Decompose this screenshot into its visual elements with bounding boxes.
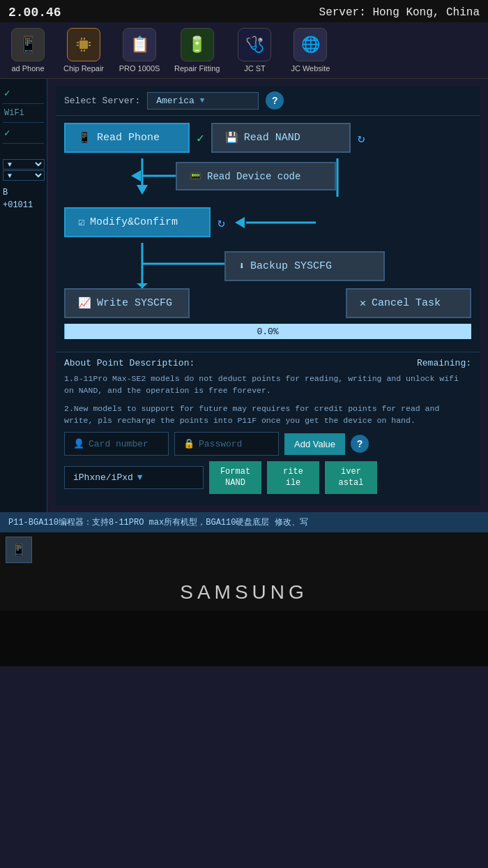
- server-value: America: [156, 96, 195, 106]
- driver-install-label: iverastal: [338, 467, 363, 488]
- svg-rect-1: [77, 42, 79, 43]
- server-select-bar: Select Server: America ▼ ?: [56, 86, 480, 116]
- modify-confirm-label: Modify&Confirm: [90, 216, 178, 228]
- card-number-placeholder: Card number: [89, 439, 148, 449]
- format-nand-label: FormatNAND: [220, 467, 250, 488]
- sidebar-check-1: ✓: [4, 87, 10, 99]
- read-nand-button[interactable]: 💾 Read NAND: [211, 123, 351, 153]
- backup-syscfg-button[interactable]: ⬇ Backup SYSCFG: [224, 251, 385, 281]
- lock-icon: 🔒: [183, 438, 195, 449]
- server-help-button[interactable]: ?: [266, 91, 284, 110]
- progress-bar-fill: [64, 324, 65, 339]
- add-value-button[interactable]: Add Value: [284, 433, 345, 455]
- format-nand-button[interactable]: FormatNAND: [209, 461, 261, 494]
- read-device-code-label: Read Device code: [207, 171, 300, 182]
- samsung-branding: SAMSUNG: [0, 567, 488, 611]
- sidebar-b-label: B: [3, 188, 8, 197]
- write-syscfg-label: Write SYSCFG: [97, 297, 172, 309]
- nav-label-jcst: JC ST: [244, 64, 266, 73]
- nav-item-jcst[interactable]: 🩺 JC ST: [227, 25, 282, 75]
- samsung-label: SAMSUNG: [180, 581, 308, 603]
- svg-marker-15: [235, 217, 245, 228]
- server-info-label: Server: Hong Kong, China: [319, 6, 480, 19]
- nav-bar: 📱 ad Phone Chip Repair 📋 PRO 1000S 🔋 Rep…: [0, 22, 488, 79]
- server-select-dropdown[interactable]: America ▼: [147, 92, 259, 110]
- sidebar-row-1: ✓: [3, 83, 44, 104]
- repair-fitting-nav-icon: 🔋: [181, 28, 214, 61]
- cancel-task-button[interactable]: ✕ Cancel Task: [346, 288, 471, 318]
- write-file-label: riteile: [283, 467, 303, 488]
- sidebar-dropdown-1[interactable]: ▼: [3, 159, 45, 170]
- svg-rect-3: [89, 42, 91, 43]
- physical-bottom: [0, 611, 488, 666]
- left-sidebar: ✓ WiFi ✓ ▼ ▼ B +01011: [0, 79, 47, 512]
- read-phone-check-icon: ✓: [197, 130, 204, 146]
- flow-arrows-2: ⬇ Backup SYSCFG: [64, 243, 471, 288]
- progress-text: 0.0%: [257, 327, 278, 337]
- jcst-nav-icon: 🩺: [238, 28, 271, 61]
- nav-item-chip-repair[interactable]: Chip Repair: [56, 25, 112, 75]
- wifi-label: WiFi: [4, 108, 24, 118]
- desc-title: About Point Description:: [64, 358, 195, 368]
- read-nand-refresh-icon[interactable]: ↻: [358, 130, 365, 146]
- workflow-area: 📱 Read Phone ✓ 💾 Read NAND ↻: [56, 116, 480, 352]
- write-syscfg-icon: 📈: [78, 297, 91, 310]
- read-phone-nav-icon: 📱: [11, 28, 45, 61]
- password-placeholder: Password: [199, 439, 242, 449]
- read-device-code-button-container: 📟 Read Device code: [176, 162, 336, 190]
- sidebar-code-label: +01011: [3, 200, 33, 210]
- card-icon: 👤: [73, 438, 84, 449]
- left-arrow-svg: [232, 212, 316, 233]
- modify-confirm-refresh-icon[interactable]: ↻: [218, 215, 225, 230]
- card-number-field[interactable]: 👤 Card number: [64, 432, 169, 456]
- driver-install-button[interactable]: iverastal: [325, 461, 377, 494]
- mini-preview-bar: 📱: [0, 532, 488, 567]
- svg-rect-6: [84, 38, 85, 40]
- sidebar-dropdown-2[interactable]: ▼: [3, 170, 45, 181]
- password-field[interactable]: 🔒 Password: [174, 432, 279, 456]
- backup-syscfg-button-container: ⬇ Backup SYSCFG: [224, 251, 385, 281]
- read-nand-icon: 💾: [225, 131, 238, 144]
- workflow-row-1: 📱 Read Phone ✓ 💾 Read NAND ↻: [64, 123, 471, 153]
- modify-confirm-button[interactable]: ☑ Modify&Confirm: [64, 207, 211, 237]
- nav-item-read-phone[interactable]: 📱 ad Phone: [0, 25, 56, 75]
- svg-rect-7: [81, 50, 82, 52]
- desc-remaining: Remaining:: [417, 358, 471, 368]
- server-select-label: Select Server:: [64, 96, 140, 106]
- desc-text-2: 2.New models to support for future may r…: [64, 403, 471, 427]
- nav-label-jcwebsite: JC Website: [291, 64, 330, 73]
- write-file-button[interactable]: riteile: [267, 461, 319, 494]
- read-device-code-button[interactable]: 📟 Read Device code: [176, 162, 336, 190]
- status-bar: P11-BGA110编程器：支持8-11PRO max所有机型，BGA110硬盘…: [0, 512, 488, 532]
- svg-rect-4: [89, 45, 91, 46]
- server-dropdown-arrow: ▼: [200, 96, 205, 105]
- nav-item-repair-fitting[interactable]: 🔋 Repair Fitting: [167, 25, 227, 75]
- main-layout: ✓ WiFi ✓ ▼ ▼ B +01011 Select Server: [0, 79, 488, 512]
- svg-rect-5: [81, 38, 82, 40]
- sidebar-row-2: ✓: [3, 123, 44, 144]
- bottom-device-row: iPhxne/iPxd ▼ FormatNAND riteile iverast…: [64, 461, 471, 494]
- read-phone-icon: 📱: [78, 131, 91, 144]
- read-phone-button[interactable]: 📱 Read Phone: [64, 123, 190, 153]
- version-label: 2.00.46: [8, 6, 61, 20]
- read-nand-label: Read NAND: [244, 132, 300, 144]
- flow-arrows-1: 📟 Read Device code: [64, 158, 471, 207]
- read-device-code-icon: 📟: [190, 170, 201, 182]
- nav-item-pro1000s[interactable]: 📋 PRO 1000S: [112, 25, 167, 75]
- desc-text-1: 1.8-11Pro Max-SE2 models do not deduct p…: [64, 373, 471, 397]
- card-help-button[interactable]: ?: [351, 435, 369, 453]
- svg-rect-2: [77, 45, 79, 46]
- desc-header: About Point Description: Remaining:: [64, 358, 471, 368]
- mini-thumbnail: 📱: [6, 537, 32, 563]
- device-select-dropdown[interactable]: iPhxne/iPxd ▼: [64, 466, 204, 489]
- monitor-top-bar: 2.00.46 Server: Hong Kong, China: [0, 0, 488, 22]
- backup-syscfg-label: Backup SYSCFG: [250, 260, 332, 272]
- nav-label-read-phone: ad Phone: [11, 64, 44, 73]
- write-syscfg-button[interactable]: 📈 Write SYSCFG: [64, 288, 190, 318]
- nav-item-jcwebsite[interactable]: 🌐 JC Website: [282, 25, 338, 75]
- nav-label-repair-fitting: Repair Fitting: [174, 64, 220, 73]
- status-text: P11-BGA110编程器：支持8-11PRO max所有机型，BGA110硬盘…: [8, 518, 308, 527]
- sidebar-check-2: ✓: [4, 127, 10, 139]
- svg-marker-12: [131, 170, 141, 181]
- nav-label-chip-repair: Chip Repair: [63, 64, 104, 73]
